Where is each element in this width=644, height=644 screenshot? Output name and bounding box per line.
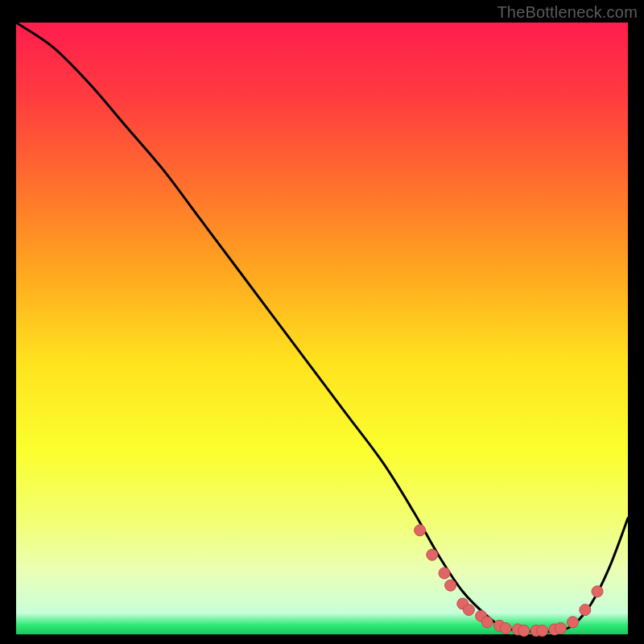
optimal-marker [568,617,579,628]
optimal-marker [439,568,450,579]
optimal-marker [481,617,493,628]
optimal-marker [415,525,426,536]
watermark-label: TheBottleneck.com [497,3,638,22]
optimal-marker [580,605,591,616]
optimal-marker [555,622,566,634]
optimal-marker [518,625,530,636]
chart-svg [0,0,644,644]
optimal-marker [445,580,456,591]
optimal-marker [463,605,474,616]
optimal-marker [427,549,438,560]
chart-stage: TheBottleneck.com [0,0,644,644]
plot-background [16,23,628,634]
optimal-marker [537,625,548,636]
optimal-marker [592,586,603,597]
optimal-marker [500,622,511,634]
